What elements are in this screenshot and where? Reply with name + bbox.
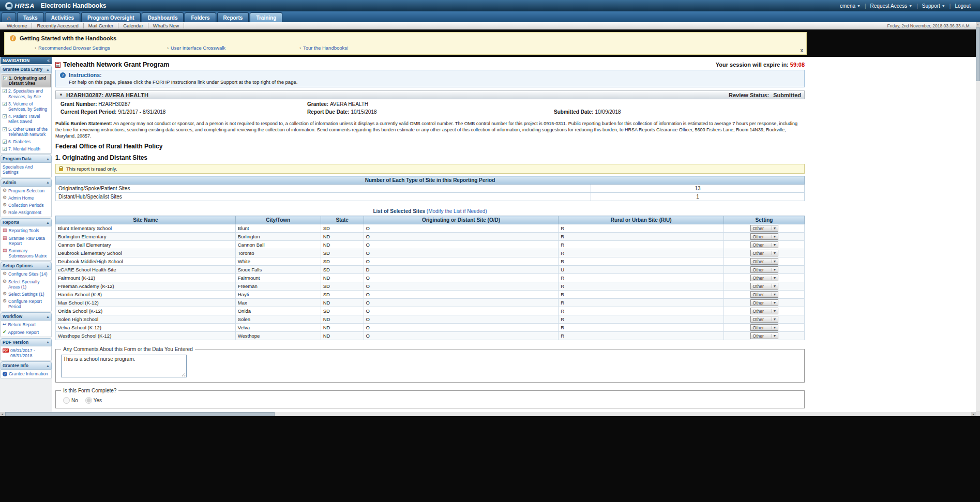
setting-dropdown[interactable]: Other▼ [750,275,778,281]
sidebar-item[interactable]: ▤Grantee Raw Data Report [2,235,51,247]
comments-textarea[interactable]: This is a school nurse program. [61,355,187,377]
tab-tasks[interactable]: Tasks [17,12,44,22]
city-cell: Sioux Falls [235,266,321,274]
horizontal-scrollbar[interactable]: ◄ ► [0,412,976,416]
user-menu[interactable]: cmena▼ [836,3,865,9]
horizontal-scrollbar-thumb[interactable] [5,412,275,416]
sidebar-item[interactable]: ▤Reporting Tools [2,227,51,234]
radio-yes[interactable] [85,397,92,404]
sidebar-item[interactable]: ⚙Admin Home [2,194,51,202]
setting-dropdown[interactable]: Other▼ [750,266,778,273]
banner-link[interactable]: Recommended Browser Settings [38,45,110,51]
setting-dropdown[interactable]: Other▼ [750,299,778,306]
site-name-cell: Max School (K-12) [56,299,236,307]
setting-dropdown[interactable]: Other▼ [750,324,778,331]
radio-no[interactable] [63,397,70,404]
collapse-sidebar-icon[interactable]: « [47,58,50,63]
sidebar-item[interactable]: ▤Summary Submissions Matrix [2,247,51,260]
tab-activities[interactable]: Activities [45,12,80,22]
sidebar-section-header[interactable]: PDF Version▲ [1,338,52,346]
sidebar-item[interactable]: ⚙Collection Periods [2,202,51,209]
setting-dropdown[interactable]: Other▼ [750,225,778,232]
subnav-link[interactable]: Recently Accessed [32,23,83,28]
support-menu[interactable]: Support▼ [918,3,949,9]
scroll-right-icon[interactable]: ► [971,412,976,416]
sidebar-item[interactable]: ↩Return Report [2,321,51,328]
banner-link[interactable]: User Interface Crosswalk [171,45,225,51]
form-complete-legend: Is this Form Complete? [61,388,118,393]
sidebar-item[interactable]: iGrantee Information [2,370,51,377]
sidebar-item[interactable]: ⚙Select Specialty Areas (1) [2,278,51,291]
sidebar-section-header[interactable]: Program Data▲ [1,155,52,163]
lock-icon [59,168,63,171]
tab-dashboards[interactable]: Dashboards [142,12,184,22]
sidebar-section-header[interactable]: Grantee Data Entry▲ [1,65,52,73]
subnav-link[interactable]: Calendar [118,23,148,28]
subnav-link[interactable]: What's New [148,23,184,28]
sidebar-item[interactable]: ✓6. Diabetes [2,138,51,145]
setting-dropdown[interactable]: Other▼ [750,308,778,314]
state-cell: SD [321,266,364,274]
sidebar-section-items: ⚙Configure Sites (14)⚙Select Specialty A… [1,270,52,311]
table-row: Deubrook Elementary SchoolTorontoSDOROth… [56,249,805,257]
sidebar-item[interactable]: ⚙Select Settings (1) [2,291,51,298]
sidebar-item-label: Program Selection [8,188,44,193]
sidebar-section-header[interactable]: Workflow▲ [1,312,52,321]
originating-distant-cell: O [364,224,559,233]
sidebar-section-header[interactable]: Grantee Info▲ [1,361,52,370]
home-tab[interactable]: ⌂ [2,12,16,22]
sidebar-item[interactable]: ✓7. Mental Health [2,145,51,153]
setting-dropdown[interactable]: Other▼ [750,283,778,290]
tab-training[interactable]: Training [250,12,282,22]
setting-dropdown[interactable]: Other▼ [750,250,778,256]
modify-list-link[interactable]: (Modify the List if Needed) [427,208,487,214]
sidebar-item[interactable]: ✓5. Other Uses of the Telehealth Network [2,126,51,138]
sidebar-item[interactable]: ⚙Configure Report Period [2,298,51,310]
site-name-cell: Deubrook Middle/High School [56,257,236,266]
radio-option-no[interactable]: No [63,397,78,404]
setting-dropdown[interactable]: Other▼ [750,291,778,298]
scroll-up-icon[interactable]: ▲ [976,22,980,27]
close-icon[interactable]: x [800,48,803,53]
sidebar-section-title: Workflow [3,314,22,319]
getting-started-banner: i Getting Started with the Handbooks ›Re… [4,32,807,55]
sidebar-item[interactable]: PDF09/01/2017 - 08/31/2018 [2,347,51,359]
sidebar-item-label: Return Report [8,322,36,327]
radio-option-yes[interactable]: Yes [85,397,102,404]
scroll-left-icon[interactable]: ◄ [0,412,5,416]
grant-field-value: 9/1/2017 - 8/31/2018 [118,109,165,115]
request-access-menu[interactable]: Request Access▼ [866,3,917,9]
sidebar-item[interactable]: ✔Approve Report [2,329,51,336]
grant-section-header[interactable]: ▼ H2ARH30287: AVERA HEALTH Review Status… [55,90,805,99]
setting-dropdown[interactable]: Other▼ [750,233,778,240]
setting-dropdown[interactable]: Other▼ [750,332,778,339]
sidebar-item[interactable]: ✓3. Volume of Services, by Setting [2,100,51,113]
sidebar-item[interactable]: ⚙Configure Sites (14) [2,270,51,278]
sidebar-item[interactable]: ✓2. Specialties and Services, by Site [2,87,51,100]
setting-dropdown[interactable]: Other▼ [750,258,778,265]
vertical-scrollbar-thumb[interactable] [976,27,980,81]
sidebar-item[interactable]: ✓4. Patient Travel Miles Saved [2,113,51,125]
setting-dropdown[interactable]: Other▼ [750,241,778,248]
sidebar-section-title: Setup Options [3,263,33,268]
sidebar-item[interactable]: ⚙Program Selection [2,187,51,194]
sidebar-item[interactable]: ⚙Role Assignment [2,209,51,216]
tab-reports[interactable]: Reports [217,12,249,22]
sidebar-item[interactable]: Specialties And Settings [2,163,51,176]
table-row: Hamlin School (K-8)HaytiSDOROther▼ [56,291,805,299]
vertical-scrollbar[interactable]: ▲ ▼ [976,22,980,416]
sidebar-section-header[interactable]: Setup Options▲ [1,262,52,270]
sidebar-section-header[interactable]: Reports▲ [1,218,52,226]
banner-link-item: ›Tour the Handbooks! [299,45,432,51]
sidebar-item-label: 5. Other Uses of the Telehealth Network [8,127,50,137]
subnav-link[interactable]: Mail Center [84,23,119,28]
session-expiry: Your session will expire in: 59:08 [716,62,805,68]
sidebar-item[interactable]: ✓1. Originating and Distant Sites [2,74,51,87]
sidebar-section-header[interactable]: Admin▲ [1,178,52,187]
tab-folders[interactable]: Folders [185,12,216,22]
tab-program-oversight[interactable]: Program Oversight [81,12,141,22]
setting-dropdown[interactable]: Other▼ [750,316,778,323]
banner-link[interactable]: Tour the Handbooks! [303,45,349,51]
logout-link[interactable]: Logout [951,3,975,9]
subnav-link[interactable]: Welcome [2,23,32,28]
